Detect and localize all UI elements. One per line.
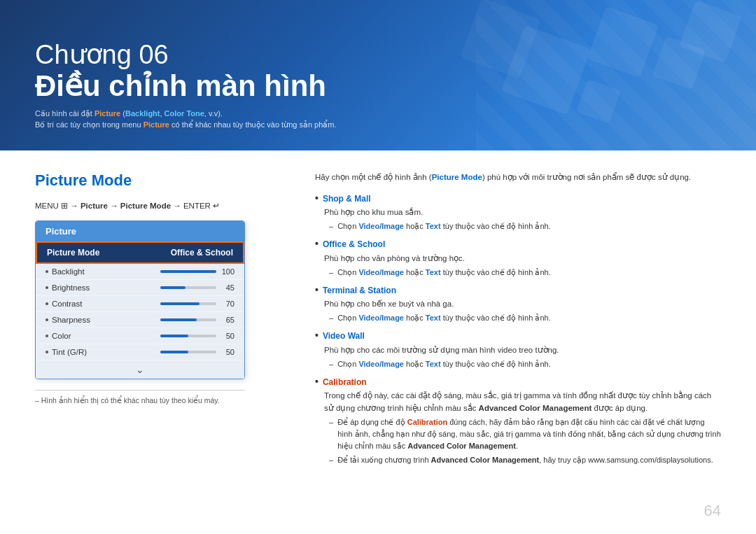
chapter-number: Chương 06	[35, 41, 337, 70]
bar-value: 45	[220, 283, 234, 292]
sub-dash-5a: –	[329, 416, 333, 452]
panel-row: Brightness 45	[36, 280, 244, 296]
bullet-calibration: • Calibration Trong chế độ này, các cài …	[315, 376, 721, 466]
intro-picture-mode-highlight: Picture Mode	[432, 173, 482, 181]
page-number: 64	[704, 502, 721, 520]
deco-shape-1	[587, 6, 659, 78]
sub-dash-3: –	[329, 312, 333, 324]
bar-track	[160, 302, 216, 305]
bar-fill	[160, 351, 188, 353]
vid-highlight: Video/Image	[358, 222, 404, 230]
menu-path-picturemode: Picture Mode	[120, 202, 171, 210]
bullet-desc-shop-mall: Phù hợp cho khu mua sắm.	[324, 206, 721, 219]
bullet-shop-mall: • Shop & Mall Phù hợp cho khu mua sắm. –…	[315, 192, 721, 232]
sub-bullet-calibration-1: – Để áp dụng chế độ Calibration đúng các…	[329, 416, 721, 452]
bar-container: 100	[160, 267, 234, 276]
bar-value: 50	[220, 332, 234, 340]
bullet-dot-4: •	[315, 330, 318, 342]
sub-text-office-school: Chọn Video/Image hoặc Text tùy thuộc vào…	[337, 267, 551, 279]
sub-bullet-office-school: – Chọn Video/Image hoặc Text tùy thuộc v…	[329, 267, 721, 279]
panel-row-highlight-value: Office & School	[171, 248, 233, 258]
sub-bullet-shop-mall: – Chọn Video/Image hoặc Text tùy thuộc v…	[329, 220, 721, 232]
sub1-suffix: , v.v).	[204, 109, 223, 118]
bar-container: 45	[160, 283, 234, 292]
bullet-desc-calibration-1: Trong chế độ này, các cài đặt độ sáng, m…	[324, 390, 721, 415]
sub-dash-2: –	[329, 267, 333, 279]
bar-container: 65	[160, 316, 234, 324]
deco-shape-5	[576, 79, 621, 124]
row-label: Sharpness	[46, 316, 90, 324]
chevron-down-icon[interactable]: ⌄	[136, 364, 144, 375]
row-label: Contrast	[46, 300, 82, 308]
sub1-mid: (	[120, 109, 125, 118]
bar-value: 100	[220, 267, 234, 276]
row-dot	[46, 270, 48, 273]
panel-header: Picture	[36, 221, 244, 241]
bullet-desc-terminal-station: Phù hợp cho bến xe buýt và nhà ga.	[324, 298, 721, 311]
sub-text-terminal-station: Chọn Video/Image hoặc Text tùy thuộc vào…	[337, 312, 551, 324]
row-dot	[46, 351, 48, 353]
bar-track	[160, 318, 216, 321]
bullet-dot-5: •	[315, 376, 318, 388]
bullet-label-calibration: Calibration	[323, 376, 367, 389]
row-label: Color	[46, 332, 71, 340]
menu-path-picture: Picture	[80, 202, 108, 210]
footer-note: – Hình ảnh hiển thị có thể khác nhau tùy…	[35, 390, 245, 405]
bar-track	[160, 335, 216, 337]
header-decorative-shapes	[406, 0, 756, 150]
sub-text-calibration-1: Để áp dụng chế độ Calibration đúng cách,…	[337, 416, 721, 452]
intro-text: Hãy chọn một chế độ hình ảnh (Picture Mo…	[315, 171, 721, 184]
bar-fill	[160, 270, 216, 273]
panel-row: Sharpness 65	[36, 312, 244, 328]
menu-path: MENU ⊞ → Picture → Picture Mode → ENTER …	[35, 201, 287, 211]
bullet-dot-1: •	[315, 192, 318, 204]
panel-row: Color 50	[36, 328, 244, 344]
bar-track	[160, 351, 216, 353]
panel-row: Tint (G/R) 50	[36, 344, 244, 360]
sub-bullet-terminal-station: – Chọn Video/Image hoặc Text tùy thuộc v…	[329, 312, 721, 324]
bullet-title-calibration: • Calibration	[315, 376, 721, 389]
panel-footer: ⌄	[36, 360, 244, 379]
bullet-title-office-school: • Office & School	[315, 238, 721, 251]
bar-fill	[160, 318, 197, 321]
main-content: Picture Mode MENU ⊞ → Picture → Picture …	[0, 150, 756, 506]
chapter-title: Điều chỉnh màn hình	[35, 70, 337, 102]
bar-fill	[160, 335, 188, 337]
bar-value: 70	[220, 300, 234, 308]
bullet-desc-office-school: Phù hợp cho văn phòng và trường học.	[324, 253, 721, 265]
panel-row-picture-mode[interactable]: Picture Mode Office & School	[36, 241, 244, 264]
bullet-label-office-school: Office & School	[323, 238, 385, 251]
bar-value: 65	[220, 316, 234, 324]
bar-container: 50	[160, 332, 234, 340]
bar-container: 70	[160, 300, 234, 308]
sub-bullet-video-wall: – Chọn Video/Image hoặc Text tùy thuộc v…	[329, 358, 721, 370]
row-dot	[46, 318, 48, 321]
bullet-video-wall: • Video Wall Phù hợp cho các môi trường …	[315, 330, 721, 370]
bullet-dot-3: •	[315, 284, 318, 296]
bullet-label-terminal-station: Terminal & Station	[323, 284, 396, 297]
picture-panel: Picture Picture Mode Office & School Bac…	[35, 220, 245, 379]
sub1-h2: Backlight	[125, 109, 160, 118]
row-dot	[46, 335, 48, 337]
panel-row: Backlight 100	[36, 264, 244, 280]
sub-text-calibration-2: Để tải xuống chương trình Advanced Color…	[337, 454, 713, 466]
header-subtitle-1: Cấu hình cài đặt Picture (Backlight, Col…	[35, 109, 337, 118]
bar-fill	[160, 302, 200, 305]
bar-value: 50	[220, 348, 234, 356]
header-text-block: Chương 06 Điều chỉnh màn hình Cấu hình c…	[35, 41, 337, 129]
sub-dash-5b: –	[329, 454, 333, 466]
bullet-dot-2: •	[315, 238, 318, 250]
row-dot	[46, 286, 48, 289]
sub-text-shop-mall: Chọn Video/Image hoặc Text tùy thuộc vào…	[337, 220, 551, 232]
panel-row-highlight-label: Picture Mode	[47, 248, 99, 258]
row-label: Backlight	[46, 267, 85, 276]
panel-row: Contrast 70	[36, 296, 244, 312]
row-dot	[46, 302, 48, 305]
bullet-title-terminal-station: • Terminal & Station	[315, 284, 721, 297]
row-label: Brightness	[46, 283, 90, 292]
row-label: Tint (G/R)	[46, 348, 87, 356]
sub-text-video-wall: Chọn Video/Image hoặc Text tùy thuộc vào…	[337, 358, 551, 370]
bullet-desc-video-wall: Phù hợp cho các môi trường sử dụng màn h…	[324, 344, 721, 357]
sub-bullet-calibration-2: – Để tải xuống chương trình Advanced Col…	[329, 454, 721, 466]
bullet-label-shop-mall: Shop & Mall	[323, 192, 371, 206]
